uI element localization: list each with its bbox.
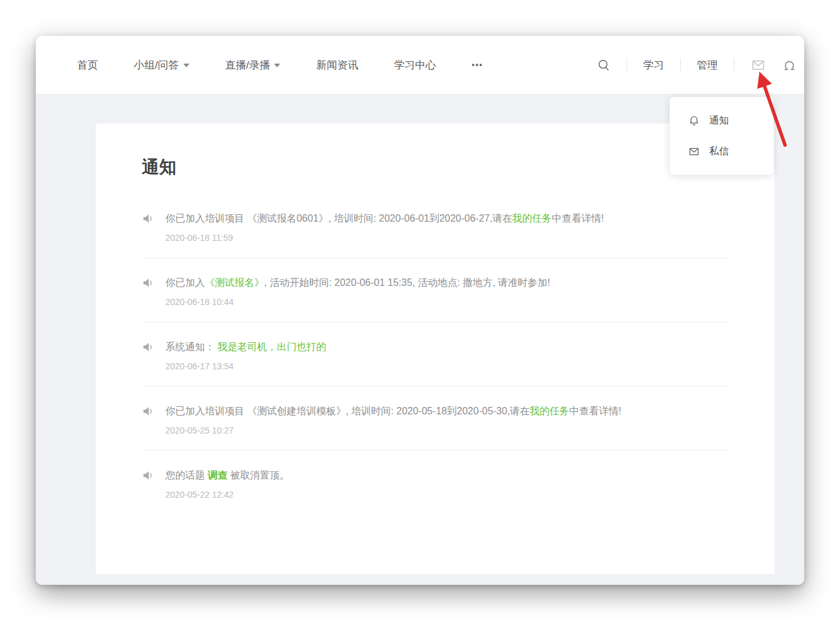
notification-text: 中查看详情!	[552, 213, 604, 224]
page-title: 通知	[142, 156, 728, 179]
notification-link[interactable]: 我的任务	[530, 406, 569, 416]
notification-message: 你已加入培训项目 《测试报名0601》, 培训时间: 2020-06-01到20…	[165, 209, 728, 228]
top-navigation: 首页 小组/问答 直播/录播 新闻资讯 学习中心 ••• 学习	[36, 36, 804, 94]
user-icon[interactable]	[782, 57, 797, 72]
chevron-down-icon	[183, 64, 189, 67]
notification-text: , 活动开始时间: 2020-06-01 15:35, 活动地点: 撒地方, 请…	[264, 277, 550, 288]
dropdown-item-private-messages[interactable]: 私信	[670, 136, 773, 167]
notification-item: 你已加入《测试报名》, 活动开始时间: 2020-06-01 15:35, 活动…	[142, 258, 728, 322]
dropdown-notifications-label: 通知	[709, 114, 729, 127]
mail-icon[interactable]	[751, 57, 766, 73]
messages-dropdown: 通知 私信	[670, 97, 773, 175]
notification-timestamp: 2020-05-22 12:42	[165, 490, 728, 500]
notification-text: 被取消置顶。	[227, 470, 289, 480]
notification-item: 系统通知： 我是老司机，出门也打的 2020-06-17 13:54	[142, 322, 728, 387]
speaker-icon	[142, 402, 165, 435]
nav-news[interactable]: 新闻资讯	[316, 58, 358, 72]
notification-timestamp: 2020-06-18 10:44	[165, 297, 728, 307]
speaker-icon	[142, 338, 165, 371]
notification-item: 您的话题 调查 被取消置顶。 2020-05-22 12:42	[142, 451, 728, 514]
nav-learning-center[interactable]: 学习中心	[394, 58, 436, 72]
notification-list: 你已加入培训项目 《测试报名0601》, 培训时间: 2020-06-01到20…	[142, 194, 728, 514]
notification-timestamp: 2020-06-17 13:54	[165, 361, 728, 371]
notification-text: 你已加入培训项目 《测试创建培训模板》, 培训时间: 2020-05-18到20…	[165, 406, 530, 416]
speaker-icon	[142, 466, 165, 500]
notification-body: 你已加入《测试报名》, 活动开始时间: 2020-06-01 15:35, 活动…	[165, 274, 728, 307]
nav-manage[interactable]: 管理	[697, 58, 718, 72]
notification-link[interactable]: 调查	[207, 470, 227, 480]
notifications-card: 通知 你已加入培训项目 《测试报名0601》, 培训时间: 2020-06-01…	[96, 124, 775, 574]
notification-link[interactable]: 我的任务	[512, 213, 552, 224]
nav-divider	[734, 58, 734, 72]
bell-icon	[688, 115, 700, 127]
notification-text: 系统通知：	[165, 341, 217, 352]
notification-body: 您的话题 调查 被取消置顶。 2020-05-22 12:42	[165, 466, 728, 500]
notification-text: 你已加入	[165, 277, 205, 288]
notification-message: 系统通知： 我是老司机，出门也打的	[165, 338, 728, 356]
browser-window: 首页 小组/问答 直播/录播 新闻资讯 学习中心 ••• 学习	[36, 36, 804, 585]
notification-message: 你已加入培训项目 《测试创建培训模板》, 培训时间: 2020-05-18到20…	[165, 402, 728, 421]
nav-more-button[interactable]: •••	[472, 61, 483, 69]
notification-body: 你已加入培训项目 《测试创建培训模板》, 培训时间: 2020-05-18到20…	[165, 402, 728, 435]
mail-icon	[688, 146, 700, 157]
nav-left-group: 首页 小组/问答 直播/录播 新闻资讯 学习中心 •••	[77, 58, 483, 72]
nav-divider	[626, 58, 627, 72]
nav-right-group: 学习 管理	[597, 57, 799, 73]
notification-timestamp: 2020-06-18 11:59	[165, 233, 728, 243]
speaker-icon	[142, 209, 165, 243]
speaker-icon	[142, 274, 165, 307]
search-icon[interactable]	[597, 58, 610, 72]
notification-text: 中查看详情!	[569, 406, 621, 416]
notification-message: 您的话题 调查 被取消置顶。	[165, 466, 728, 485]
notification-body: 系统通知： 我是老司机，出门也打的 2020-06-17 13:54	[165, 338, 728, 371]
notification-text: 你已加入培训项目 《测试报名0601》, 培训时间: 2020-06-01到20…	[165, 213, 512, 224]
nav-live-recorded-label: 直播/录播	[225, 58, 270, 72]
notification-timestamp: 2020-05-25 10:27	[165, 425, 728, 435]
nav-divider	[680, 58, 681, 72]
nav-groups-qa-label: 小组/问答	[134, 58, 179, 72]
nav-home[interactable]: 首页	[77, 58, 98, 72]
dropdown-private-messages-label: 私信	[709, 145, 729, 158]
chevron-down-icon	[274, 64, 280, 67]
notification-item: 你已加入培训项目 《测试报名0601》, 培训时间: 2020-06-01到20…	[142, 194, 728, 258]
notification-link[interactable]: 我是老司机，出门也打的	[217, 341, 326, 352]
dropdown-item-notifications[interactable]: 通知	[670, 105, 773, 136]
notification-item: 你已加入培训项目 《测试创建培训模板》, 培训时间: 2020-05-18到20…	[142, 387, 728, 451]
nav-groups-qa[interactable]: 小组/问答	[134, 58, 189, 72]
nav-study[interactable]: 学习	[643, 58, 664, 72]
nav-live-recorded[interactable]: 直播/录播	[225, 58, 281, 72]
notification-link[interactable]: 《测试报名》	[205, 277, 264, 288]
notification-text: 您的话题	[165, 470, 207, 480]
notification-body: 你已加入培训项目 《测试报名0601》, 培训时间: 2020-06-01到20…	[165, 209, 728, 243]
notification-message: 你已加入《测试报名》, 活动开始时间: 2020-06-01 15:35, 活动…	[165, 274, 728, 292]
